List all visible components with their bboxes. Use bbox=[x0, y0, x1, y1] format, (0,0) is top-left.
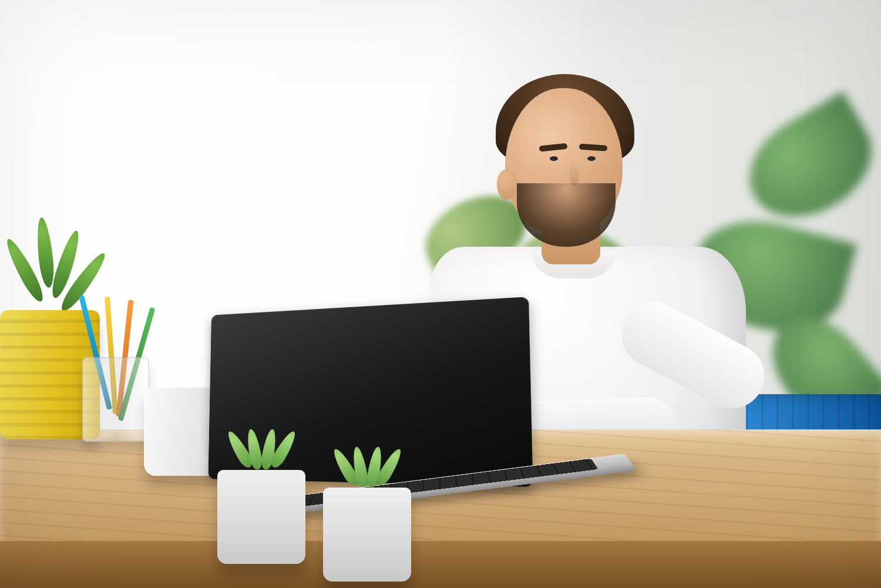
small-pot bbox=[323, 488, 411, 582]
photo-scene bbox=[0, 0, 881, 588]
eye bbox=[550, 156, 558, 161]
nose bbox=[570, 161, 579, 186]
small-pot bbox=[217, 470, 305, 564]
desk-front-edge bbox=[0, 541, 881, 588]
ear bbox=[497, 169, 517, 200]
pencil-cup bbox=[82, 357, 149, 442]
eye bbox=[587, 156, 596, 161]
beard bbox=[517, 183, 616, 247]
